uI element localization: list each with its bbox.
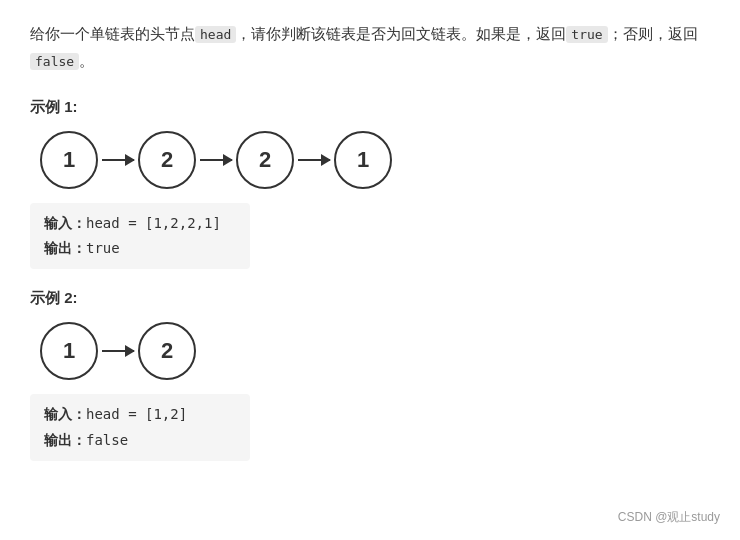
example-2-output-label: 输出： bbox=[44, 432, 86, 448]
arrow-0 bbox=[102, 350, 134, 352]
example-1-input-label: 输入： bbox=[44, 215, 86, 231]
example-1-output-value: true bbox=[86, 240, 120, 256]
example-2-info: 输入：head = [1,2]输出：false bbox=[30, 394, 250, 460]
node-0: 1 bbox=[40, 322, 98, 380]
false-code-inline: false bbox=[30, 53, 79, 70]
arrow-line-0 bbox=[102, 159, 134, 161]
example-2-title: 示例 2: bbox=[30, 289, 710, 308]
arrow-line-1 bbox=[200, 159, 232, 161]
problem-description: 给你一个单链表的头节点head，请你判断该链表是否为回文链表。如果是，返回tru… bbox=[30, 20, 710, 74]
example-1-output-label: 输出： bbox=[44, 240, 86, 256]
example-1: 示例 1:1221输入：head = [1,2,2,1]输出：true bbox=[30, 98, 710, 269]
head-code-inline: head bbox=[195, 26, 236, 43]
arrow-line-0 bbox=[102, 350, 134, 352]
arrow-0 bbox=[102, 159, 134, 161]
example-1-diagram: 1221 bbox=[40, 131, 710, 189]
node-1: 2 bbox=[138, 131, 196, 189]
example-1-input-value: head = [1,2,2,1] bbox=[86, 215, 221, 231]
example-2-output-value: false bbox=[86, 432, 128, 448]
example-2-input-label: 输入： bbox=[44, 406, 86, 422]
example-1-info: 输入：head = [1,2,2,1]输出：true bbox=[30, 203, 250, 269]
desc-prefix: 给你一个单链表的头节点 bbox=[30, 25, 195, 42]
example-2-output-line: 输出：false bbox=[44, 428, 236, 453]
desc-semicolon: ；否则，返回 bbox=[608, 25, 698, 42]
watermark: CSDN @观止study bbox=[618, 509, 720, 526]
node-3: 1 bbox=[334, 131, 392, 189]
example-2-input-value: head = [1,2] bbox=[86, 406, 187, 422]
node-1: 2 bbox=[138, 322, 196, 380]
example-1-output-line: 输出：true bbox=[44, 236, 236, 261]
node-0: 1 bbox=[40, 131, 98, 189]
desc-suffix: 。 bbox=[79, 52, 94, 69]
arrow-1 bbox=[200, 159, 232, 161]
example-1-title: 示例 1: bbox=[30, 98, 710, 117]
desc-middle: ，请你判断该链表是否为回文链表。如果是，返回 bbox=[236, 25, 566, 42]
arrow-2 bbox=[298, 159, 330, 161]
examples-container: 示例 1:1221输入：head = [1,2,2,1]输出：true示例 2:… bbox=[30, 98, 710, 461]
example-2-diagram: 12 bbox=[40, 322, 710, 380]
example-1-input-line: 输入：head = [1,2,2,1] bbox=[44, 211, 236, 236]
example-2-input-line: 输入：head = [1,2] bbox=[44, 402, 236, 427]
true-code-inline: true bbox=[566, 26, 607, 43]
node-2: 2 bbox=[236, 131, 294, 189]
example-2: 示例 2:12输入：head = [1,2]输出：false bbox=[30, 289, 710, 460]
arrow-line-2 bbox=[298, 159, 330, 161]
